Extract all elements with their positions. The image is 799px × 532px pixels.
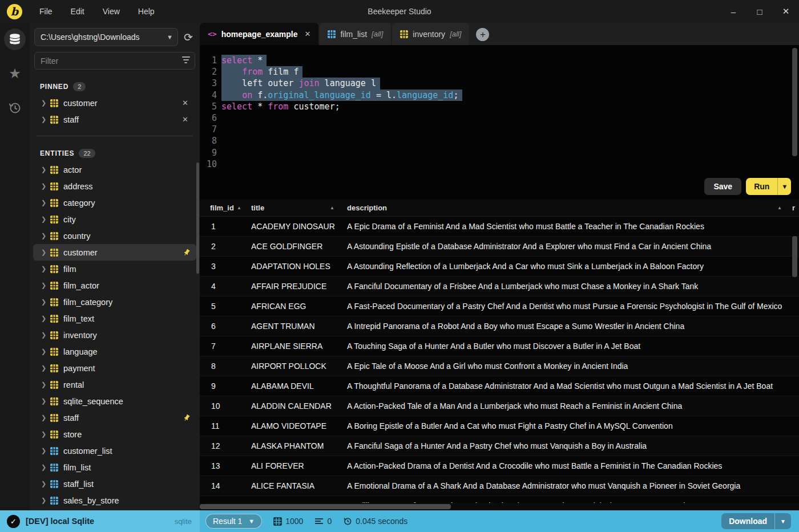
entity-item-customer_list[interactable]: ❯customer_list (33, 442, 196, 459)
pin-icon[interactable] (183, 249, 191, 257)
entity-item-country[interactable]: ❯country (33, 228, 196, 244)
chevron-right-icon[interactable]: ❯ (41, 232, 50, 239)
editor-scrollbar[interactable] (792, 48, 797, 156)
menu-help[interactable]: Help (131, 5, 162, 18)
entity-item-language[interactable]: ❯language (33, 343, 196, 360)
horizontal-scrollbar-thumb[interactable] (200, 504, 451, 509)
chevron-right-icon[interactable]: ❯ (41, 116, 50, 123)
table-row[interactable]: 5AFRICAN EGGA Fast-Paced Documentary of … (200, 297, 799, 316)
chevron-right-icon[interactable]: ❯ (41, 249, 50, 256)
code-line-2[interactable]: 2 from film f (200, 66, 799, 78)
entity-item-film_actor[interactable]: ❯film_actor (33, 277, 196, 294)
table-row[interactable]: 4AFFAIR PREJUDICEA Fanciful Documentary … (200, 277, 799, 297)
download-button[interactable]: Download (721, 513, 774, 529)
entity-item-customer[interactable]: ❯customer (33, 244, 196, 261)
unpin-close-icon[interactable]: ✕ (180, 115, 191, 124)
code-line-10[interactable]: 10 (200, 159, 799, 170)
chevron-right-icon[interactable]: ❯ (41, 480, 50, 488)
filter-icon[interactable] (182, 56, 190, 64)
entity-item-film_category[interactable]: ❯film_category (33, 294, 196, 310)
sql-editor[interactable]: 1select *2 from film f3 left outer join … (200, 45, 799, 200)
column-header-film-id[interactable]: film_id ▲ (200, 204, 251, 212)
column-header-description[interactable]: description (347, 204, 799, 212)
chevron-right-icon[interactable]: ❯ (41, 364, 50, 372)
chevron-right-icon[interactable]: ❯ (41, 182, 50, 190)
table-row[interactable]: 3ADAPTATION HOLESA Astounding Reflection… (200, 257, 799, 277)
entity-item-inventory[interactable]: ❯inventory (33, 327, 196, 343)
favorites-star-icon[interactable]: ★ (4, 63, 26, 84)
chevron-right-icon[interactable]: ❯ (41, 99, 50, 107)
save-button[interactable]: Save (704, 178, 741, 195)
entity-item-rental[interactable]: ❯rental (33, 376, 196, 393)
table-row[interactable]: 14ALICE FANTASIAA Emotional Drama of a A… (200, 476, 799, 496)
code-line-5[interactable]: 5select * from customer; (200, 101, 799, 112)
pinned-item-staff[interactable]: ❯staff✕ (33, 111, 196, 128)
chevron-right-icon[interactable]: ❯ (41, 265, 50, 273)
entity-item-film_text[interactable]: ❯film_text (33, 310, 196, 327)
chevron-right-icon[interactable]: ❯ (41, 199, 50, 206)
table-row[interactable]: 10ALADDIN CALENDARA Action-Packed Tale o… (200, 396, 799, 416)
code-line-4[interactable]: 4 on f.original_language_id = l.language… (200, 90, 799, 101)
entity-item-payment[interactable]: ❯payment (33, 360, 196, 376)
chevron-right-icon[interactable]: ❯ (41, 331, 50, 339)
chevron-right-icon[interactable]: ❯ (41, 464, 50, 471)
chevron-right-icon[interactable]: ❯ (41, 381, 50, 388)
chevron-right-icon[interactable]: ❯ (41, 447, 50, 454)
menu-edit[interactable]: Edit (64, 5, 91, 18)
pinned-item-customer[interactable]: ❯customer✕ (33, 95, 196, 111)
table-row[interactable]: 7AIRPLANE SIERRAA Touching Saga of a Hun… (200, 336, 799, 356)
code-line-3[interactable]: 3 left outer join language l (200, 78, 799, 89)
table-row[interactable]: 9ALABAMA DEVILA Thoughtful Panorama of a… (200, 376, 799, 396)
table-row[interactable]: 15ALIEN CENTERA Brilliant Drama of a Cat… (200, 496, 799, 503)
entity-item-film[interactable]: ❯film (33, 261, 196, 277)
entity-item-address[interactable]: ❯address (33, 178, 196, 194)
sidebar-scrollbar[interactable] (196, 163, 199, 274)
result-selector[interactable]: Result 1 ▼ (205, 514, 262, 529)
chevron-right-icon[interactable]: ❯ (41, 431, 50, 438)
pin-icon[interactable] (183, 414, 191, 422)
entity-item-city[interactable]: ❯city (33, 211, 196, 228)
table-row[interactable]: 11ALAMO VIDEOTAPEA Boring Epistle of a B… (200, 416, 799, 436)
chevron-right-icon[interactable]: ❯ (41, 414, 50, 421)
tab-homepage_example[interactable]: <>homepage_example✕ (200, 23, 318, 45)
results-scrollbar[interactable] (792, 236, 797, 277)
code-line-8[interactable]: 8 (200, 135, 799, 147)
unpin-close-icon[interactable]: ✕ (180, 99, 191, 107)
entity-item-staff_list[interactable]: ❯staff_list (33, 476, 196, 492)
table-row[interactable]: 8AIRPORT POLLOCKA Epic Tale of a Moose A… (200, 356, 799, 376)
table-row[interactable]: 2ACE GOLDFINGERA Astounding Epistle of a… (200, 237, 799, 257)
menu-file[interactable]: File (33, 5, 59, 18)
table-row[interactable]: 12ALASKA PHANTOMA Fanciful Saga of a Hun… (200, 436, 799, 456)
maximize-icon[interactable]: □ (746, 0, 773, 23)
chevron-right-icon[interactable]: ❯ (41, 282, 50, 289)
entity-item-actor[interactable]: ❯actor (33, 161, 196, 178)
chevron-right-icon[interactable]: ❯ (41, 216, 50, 223)
close-icon[interactable]: ✕ (773, 0, 799, 23)
minimize-icon[interactable]: – (720, 0, 746, 23)
table-row[interactable]: 1ACADEMY DINOSAURA Epic Drama of a Femin… (200, 217, 799, 237)
download-options-caret-icon[interactable]: ▼ (774, 513, 791, 529)
filter-input[interactable] (34, 52, 195, 70)
code-line-9[interactable]: 9 (200, 147, 799, 159)
chevron-right-icon[interactable]: ❯ (41, 348, 50, 355)
code-line-1[interactable]: 1select * (200, 55, 799, 66)
database-path-select[interactable]: C:\Users\ghstng\Downloads ▼ (34, 28, 178, 46)
table-row[interactable]: 13ALI FOREVERA Action-Packed Drama of a … (200, 456, 799, 476)
chevron-right-icon[interactable]: ❯ (41, 166, 50, 173)
tab-inventory[interactable]: inventory[all] (392, 23, 469, 45)
tab-close-icon[interactable]: ✕ (305, 30, 311, 38)
table-row[interactable]: 6AGENT TRUMANA Intrepid Panorama of a Ro… (200, 316, 799, 336)
entity-item-sales_by_store[interactable]: ❯sales_by_store (33, 492, 196, 509)
chevron-right-icon[interactable]: ❯ (41, 497, 50, 504)
entity-item-film_list[interactable]: ❯film_list (33, 459, 196, 476)
code-line-7[interactable]: 7 (200, 124, 799, 135)
refresh-icon[interactable]: ⟳ (181, 31, 195, 44)
entity-item-staff[interactable]: ❯staff (33, 409, 196, 426)
tab-film_list[interactable]: film_list[all] (320, 23, 391, 45)
connection-status[interactable]: ✓ [DEV] local Sqlite sqlite (0, 510, 200, 532)
chevron-right-icon[interactable]: ❯ (41, 397, 50, 405)
entity-item-store[interactable]: ❯store (33, 426, 196, 442)
run-button[interactable]: Run (746, 178, 777, 195)
database-icon[interactable] (4, 29, 26, 50)
menu-view[interactable]: View (96, 5, 127, 18)
